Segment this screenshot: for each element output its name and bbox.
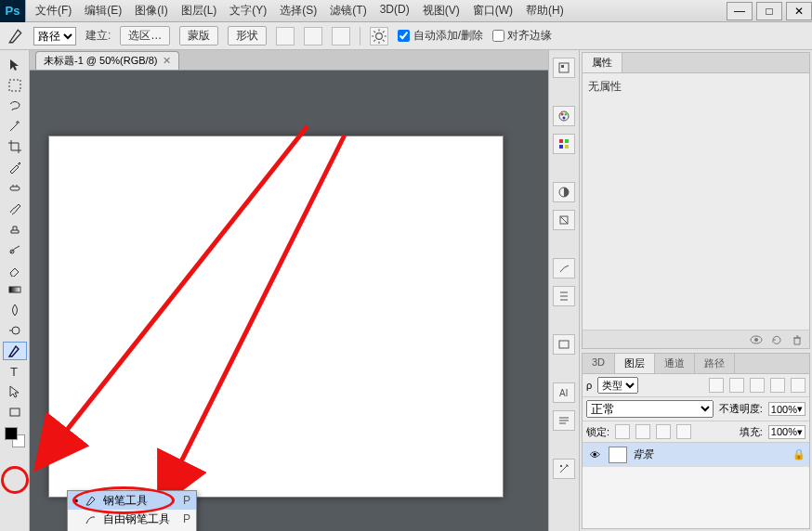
lock-position-icon[interactable]: [656, 424, 671, 439]
dodge-tool[interactable]: [3, 321, 27, 340]
layer-name[interactable]: 背景: [633, 447, 653, 461]
current-tool-icon[interactable]: [7, 28, 24, 45]
tab-paths[interactable]: 路径: [695, 354, 735, 373]
auto-add-delete-checkbox[interactable]: [398, 30, 410, 42]
flyout-item-pen[interactable]: ▪ 钢笔工具 P: [68, 491, 196, 510]
rectangle-tool[interactable]: [3, 403, 27, 421]
svg-rect-4: [9, 287, 20, 292]
info-panel-icon[interactable]: [553, 334, 575, 355]
filter-shape-icon[interactable]: [770, 378, 785, 393]
lock-pixels-icon[interactable]: [635, 424, 650, 439]
lock-transparency-icon[interactable]: [615, 424, 630, 439]
brush-panel-icon[interactable]: [553, 258, 575, 278]
styles-panel-icon[interactable]: [553, 210, 575, 230]
path-op-icon-3[interactable]: [332, 27, 350, 45]
trash-icon[interactable]: [791, 333, 804, 346]
path-selection-tool[interactable]: [3, 382, 27, 401]
svg-rect-16: [559, 139, 563, 143]
align-edges-option[interactable]: 对齐边缘: [492, 28, 552, 44]
menu-layer[interactable]: 图层(L): [181, 3, 217, 19]
fill-value[interactable]: 100% ▾: [768, 425, 805, 439]
clone-stamp-tool[interactable]: [3, 219, 27, 238]
tab-channels[interactable]: 通道: [655, 354, 695, 373]
blur-tool[interactable]: [3, 301, 27, 319]
flyout-item-freeform-pen[interactable]: 自由钢笔工具 P: [68, 510, 196, 528]
canvas[interactable]: [48, 136, 504, 498]
layer-row-background[interactable]: 👁 背景 🔒: [583, 443, 809, 467]
menu-image[interactable]: 图像(I): [135, 3, 167, 19]
type-tool[interactable]: T: [3, 362, 27, 381]
lasso-tool[interactable]: [3, 97, 27, 115]
adjustments-panel-icon[interactable]: [553, 182, 575, 202]
make-selection-button[interactable]: 选区…: [120, 26, 170, 45]
close-tab-icon[interactable]: ✕: [163, 55, 171, 67]
brush-tool[interactable]: [3, 199, 27, 217]
eraser-tool[interactable]: [3, 260, 27, 278]
svg-point-14: [565, 113, 568, 116]
opacity-value[interactable]: 100% ▾: [768, 402, 805, 416]
marquee-tool[interactable]: [3, 76, 27, 95]
pen-tool[interactable]: [3, 342, 27, 360]
menu-window[interactable]: 窗口(W): [473, 3, 513, 19]
make-shape-button[interactable]: 形状: [228, 26, 267, 45]
menu-file[interactable]: 文件(F): [35, 3, 72, 19]
svg-point-5: [12, 327, 20, 334]
canvas-zone: ▪ 钢笔工具 P 自由钢笔工具 P 添加锚点工具: [30, 71, 548, 531]
menu-help[interactable]: 帮助(H): [526, 3, 564, 19]
blend-mode-select[interactable]: 正常: [586, 400, 714, 418]
menu-3d[interactable]: 3D(D): [380, 3, 410, 19]
make-mask-button[interactable]: 蒙版: [179, 26, 218, 45]
reset-icon[interactable]: [770, 333, 783, 346]
move-tool[interactable]: [3, 56, 27, 74]
layer-visibility-icon[interactable]: 👁: [586, 449, 603, 460]
freeform-pen-icon: [85, 512, 98, 525]
menu-filter[interactable]: 滤镜(T): [330, 3, 366, 19]
align-edges-checkbox[interactable]: [492, 30, 504, 42]
filter-adjust-icon[interactable]: [729, 378, 744, 393]
menu-view[interactable]: 视图(V): [423, 3, 460, 19]
swatches-panel-icon[interactable]: [553, 134, 575, 154]
paragraph-panel-icon[interactable]: [553, 410, 575, 431]
filter-smart-icon[interactable]: [791, 378, 805, 393]
menubar: 文件(F) 编辑(E) 图像(I) 图层(L) 文字(Y) 选择(S) 滤镜(T…: [26, 3, 723, 19]
eye-icon[interactable]: [750, 333, 763, 346]
crop-tool[interactable]: [3, 137, 27, 156]
filter-kind-select[interactable]: 类型: [597, 377, 638, 394]
options-bar: 路径 建立: 选区… 蒙版 形状 自动添加/删除 对齐边缘: [0, 22, 812, 50]
gear-icon[interactable]: [370, 27, 388, 45]
menu-select[interactable]: 选择(S): [280, 3, 317, 19]
tab-properties[interactable]: 属性: [583, 53, 622, 72]
path-op-icon-1[interactable]: [276, 27, 295, 45]
filter-type-icon[interactable]: [750, 378, 765, 393]
layer-thumbnail[interactable]: [609, 447, 627, 463]
history-brush-tool[interactable]: [3, 240, 27, 258]
tab-layers[interactable]: 图层: [615, 354, 655, 373]
filter-pixel-icon[interactable]: [709, 378, 724, 393]
svg-rect-1: [9, 80, 20, 91]
minimize-button[interactable]: —: [727, 2, 753, 20]
gradient-tool[interactable]: [3, 280, 27, 299]
close-button[interactable]: ✕: [786, 2, 812, 20]
magic-wand-tool[interactable]: [3, 117, 27, 136]
history-panel-icon[interactable]: [553, 58, 575, 78]
tab-3d[interactable]: 3D: [583, 354, 615, 373]
color-swatch[interactable]: [5, 427, 25, 447]
eyedropper-tool[interactable]: [3, 158, 27, 176]
brush-presets-icon[interactable]: [553, 286, 575, 306]
document-tab[interactable]: 未标题-1 @ 50%(RGB/8) ✕: [35, 51, 179, 70]
healing-brush-tool[interactable]: [3, 178, 27, 197]
tool-mode-select[interactable]: 路径: [33, 27, 76, 45]
menu-type[interactable]: 文字(Y): [229, 3, 267, 19]
character-panel-icon[interactable]: A: [553, 382, 575, 403]
foreground-color-icon[interactable]: [5, 427, 18, 440]
color-panel-icon[interactable]: [553, 106, 575, 126]
svg-point-0: [376, 32, 383, 39]
auto-add-delete-option[interactable]: 自动添加/删除: [398, 28, 483, 44]
maximize-button[interactable]: □: [756, 2, 782, 20]
lock-all-icon[interactable]: [676, 424, 691, 439]
selected-dot-icon: ▪: [73, 494, 79, 507]
filter-kind-icon[interactable]: ρ: [586, 380, 592, 391]
tool-presets-icon[interactable]: [553, 459, 575, 479]
path-op-icon-2[interactable]: [304, 27, 322, 45]
menu-edit[interactable]: 编辑(E): [85, 3, 122, 19]
